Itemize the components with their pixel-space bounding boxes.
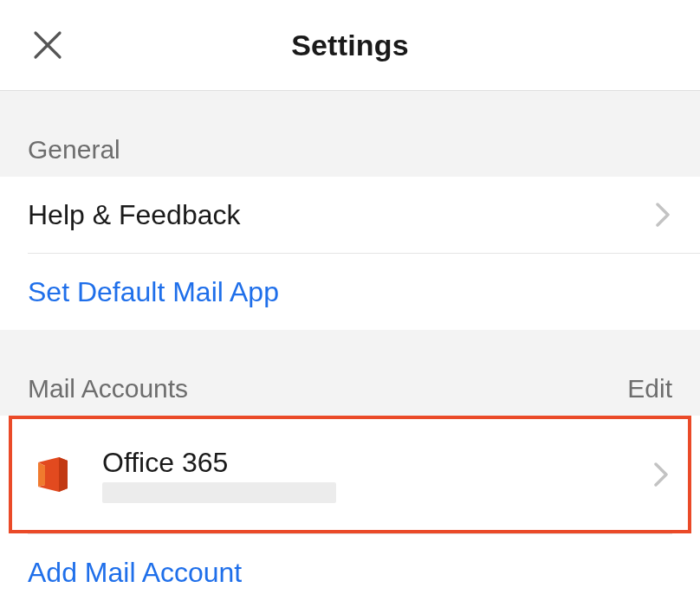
row-label-set-default-mail: Set Default Mail App — [28, 276, 672, 308]
row-account-office365[interactable]: Office 365 — [12, 419, 688, 530]
list-general: Help & Feedback Set Default Mail App — [0, 177, 700, 330]
page-title: Settings — [291, 29, 409, 62]
office-icon — [29, 452, 75, 497]
section-label-mail-accounts: Mail Accounts — [28, 374, 188, 404]
chevron-right-icon — [655, 202, 672, 228]
close-icon — [32, 29, 63, 61]
close-button[interactable] — [29, 27, 66, 63]
chevron-right-icon — [653, 462, 671, 488]
list-mail-accounts: Office 365 Add Mail Account — [0, 416, 700, 607]
row-add-mail-account[interactable]: Add Mail Account — [0, 534, 700, 607]
account-email-redacted — [102, 482, 336, 503]
account-name: Office 365 — [102, 447, 653, 479]
row-help-feedback[interactable]: Help & Feedback — [0, 177, 700, 253]
section-header-general: General — [0, 91, 700, 177]
section-label-general: General — [28, 135, 120, 165]
header-bar: Settings — [0, 0, 700, 91]
account-text: Office 365 — [102, 447, 653, 503]
section-header-mail-accounts: Mail Accounts Edit — [0, 330, 700, 416]
edit-button[interactable]: Edit — [627, 374, 672, 404]
highlight-box: Office 365 — [9, 416, 691, 533]
row-label-help-feedback: Help & Feedback — [28, 199, 655, 231]
add-mail-account-label: Add Mail Account — [28, 557, 242, 589]
row-set-default-mail[interactable]: Set Default Mail App — [0, 254, 700, 330]
